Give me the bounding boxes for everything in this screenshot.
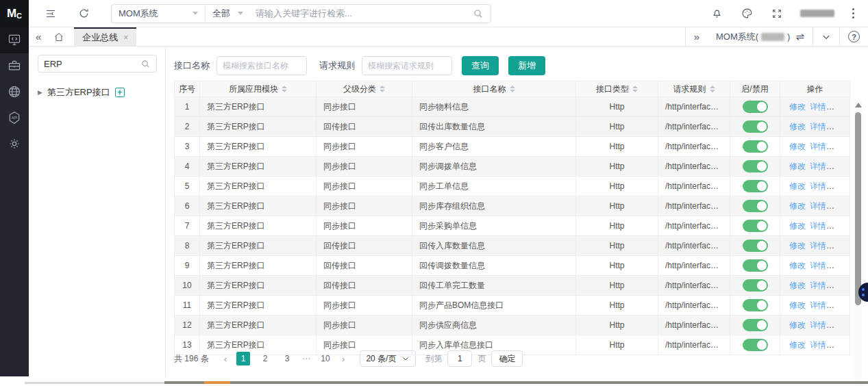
- enable-toggle[interactable]: [743, 259, 768, 272]
- detail-link[interactable]: 详情: [810, 320, 826, 330]
- edit-link[interactable]: 修改: [789, 181, 806, 191]
- edit-link[interactable]: 修改: [789, 221, 806, 231]
- rail-item-globe[interactable]: [0, 79, 29, 105]
- add-button[interactable]: 新增: [508, 56, 545, 75]
- sort-carets-icon[interactable]: [710, 86, 715, 92]
- scrollbar-thumb[interactable]: [855, 112, 861, 305]
- detail-link[interactable]: 详情: [810, 122, 826, 131]
- redacted-username: [800, 10, 834, 17]
- query-button[interactable]: 查询: [462, 56, 499, 75]
- detail-link[interactable]: 详情: [810, 281, 826, 290]
- fullscreen-icon[interactable]: [770, 7, 784, 21]
- detail-link[interactable]: 详情: [810, 142, 826, 151]
- kebab-menu-icon[interactable]: [851, 7, 856, 20]
- detail-link[interactable]: 详情: [810, 241, 826, 250]
- interface-table-wrap: 序号所属应用模块父级分类接口名称接口类型请求规则启/禁用操作 1第三方ERP接口…: [174, 81, 850, 355]
- next-page-icon[interactable]: ›: [336, 354, 350, 364]
- goto-page-input[interactable]: [447, 350, 472, 367]
- detail-link[interactable]: 详情: [810, 181, 826, 191]
- enable-toggle[interactable]: [743, 200, 768, 212]
- detail-link[interactable]: 详情: [810, 102, 826, 112]
- detail-link[interactable]: 详情: [810, 261, 826, 270]
- scope-select[interactable]: 全部: [205, 5, 250, 23]
- edit-link[interactable]: 修改: [789, 142, 806, 151]
- cell-toggle: [730, 256, 780, 276]
- edit-link[interactable]: 修改: [789, 300, 806, 310]
- app-select[interactable]: MOM系统: [112, 5, 205, 23]
- system-switcher[interactable]: MOM系统() ⇌: [708, 27, 813, 46]
- page-number-1[interactable]: 1: [236, 352, 250, 365]
- detail-link[interactable]: 详情: [810, 300, 826, 310]
- column-header-3[interactable]: 父级分类: [317, 81, 412, 97]
- rule-filter-input[interactable]: [362, 56, 452, 75]
- global-search-input[interactable]: [250, 5, 473, 23]
- enable-toggle[interactable]: [743, 180, 768, 192]
- enable-toggle[interactable]: [743, 279, 768, 292]
- page-number-10[interactable]: 10: [319, 352, 332, 365]
- edit-link[interactable]: 修改: [789, 340, 806, 350]
- close-icon[interactable]: ×: [123, 33, 128, 42]
- tabs-scroll-right-icon[interactable]: »: [686, 27, 708, 46]
- tabs-scroll-left-icon[interactable]: «: [29, 27, 48, 46]
- sort-carets-icon[interactable]: [510, 86, 515, 92]
- bell-icon[interactable]: [710, 7, 723, 21]
- enable-toggle[interactable]: [743, 319, 768, 331]
- page-size-select[interactable]: 20 条/页: [360, 350, 416, 367]
- sort-carets-icon[interactable]: [380, 86, 385, 92]
- refresh-icon[interactable]: [77, 7, 90, 21]
- enable-toggle[interactable]: [743, 220, 768, 232]
- name-filter-input[interactable]: [216, 56, 307, 75]
- enable-toggle[interactable]: [743, 339, 768, 351]
- detail-link[interactable]: 详情: [810, 162, 826, 171]
- sort-carets-icon[interactable]: [632, 86, 638, 92]
- help-button[interactable]: ?: [840, 27, 868, 46]
- rail-item-api[interactable]: API: [0, 105, 29, 131]
- app-logo[interactable]: M C: [0, 0, 29, 27]
- column-header-4[interactable]: 接口名称: [412, 81, 576, 97]
- detail-link[interactable]: 详情: [810, 201, 826, 211]
- edit-link[interactable]: 修改: [789, 320, 806, 330]
- page-number-3[interactable]: 3: [280, 352, 294, 365]
- tree-node-erp[interactable]: ▶ 第三方ERP接口 +: [38, 86, 125, 99]
- edit-link[interactable]: 修改: [789, 162, 806, 171]
- search-icon[interactable]: [140, 59, 151, 69]
- page-number-2[interactable]: 2: [258, 352, 272, 365]
- edit-link[interactable]: 修改: [789, 261, 806, 270]
- edit-link[interactable]: 修改: [789, 201, 806, 211]
- enable-toggle[interactable]: [743, 240, 768, 252]
- enable-toggle[interactable]: [743, 120, 768, 133]
- edit-link[interactable]: 修改: [789, 281, 806, 290]
- tree-expand-arrow-icon[interactable]: ▶: [38, 89, 42, 96]
- page-ellipsis[interactable]: ⋯: [302, 354, 310, 363]
- search-icon[interactable]: [473, 5, 491, 23]
- sort-carets-icon[interactable]: [282, 86, 287, 92]
- chevron-down-icon[interactable]: [813, 27, 839, 46]
- rail-item-settings[interactable]: [0, 131, 29, 157]
- add-node-icon[interactable]: +: [115, 88, 125, 97]
- rail-item-integration[interactable]: [0, 27, 29, 53]
- vertical-scrollbar[interactable]: [854, 100, 863, 386]
- rail-item-toolbox[interactable]: [0, 53, 29, 79]
- detail-link[interactable]: 详情: [810, 221, 826, 231]
- cell-name: 回传入库数量信息: [412, 236, 576, 256]
- scroll-up-icon[interactable]: [855, 103, 862, 107]
- palette-icon[interactable]: [740, 7, 754, 21]
- column-header-5[interactable]: 接口类型: [576, 81, 658, 97]
- detail-link[interactable]: 详情: [810, 340, 826, 350]
- prev-page-icon[interactable]: ‹: [219, 354, 232, 364]
- collapse-menu-icon[interactable]: [44, 7, 58, 21]
- goto-confirm-button[interactable]: 确定: [491, 350, 523, 367]
- tree-search-input[interactable]: [44, 59, 140, 69]
- edit-link[interactable]: 修改: [789, 102, 806, 112]
- enable-toggle[interactable]: [743, 160, 768, 172]
- cell-type: Http: [576, 157, 658, 177]
- tab-enterprise-bus[interactable]: 企业总线 ×: [74, 27, 136, 46]
- column-header-2[interactable]: 所属应用模块: [200, 81, 317, 97]
- column-header-6[interactable]: 请求规则: [658, 81, 730, 97]
- home-icon[interactable]: [48, 27, 70, 46]
- edit-link[interactable]: 修改: [789, 241, 806, 250]
- enable-toggle[interactable]: [743, 140, 768, 153]
- edit-link[interactable]: 修改: [789, 122, 806, 131]
- enable-toggle[interactable]: [743, 299, 768, 311]
- enable-toggle[interactable]: [743, 101, 768, 113]
